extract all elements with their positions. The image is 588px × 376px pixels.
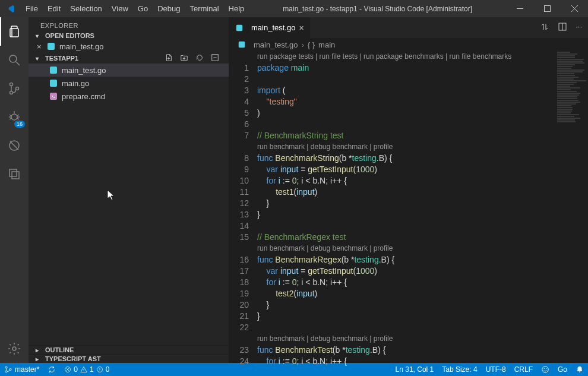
breadcrumb[interactable]: main_test.go › { } main [229,38,588,51]
chevron-right-icon: ▸ [36,356,45,362]
code-line[interactable] [257,220,588,232]
close-icon[interactable]: × [299,23,304,33]
go-file-icon [235,23,244,33]
open-editor-item[interactable]: × main_test.go [29,40,229,53]
svg-point-31 [5,371,7,372]
compare-icon[interactable] [540,22,549,33]
new-folder-icon[interactable] [180,53,188,63]
close-icon[interactable]: × [37,42,45,51]
svg-rect-0 [517,8,523,9]
tabs-row: main_test.go × ··· [229,17,588,38]
code-line[interactable]: // BenchmarkRegex test [257,232,588,243]
chevron-right-icon: › [301,40,304,49]
window-title: main_test.go - testapp1 - Visual Studio … [249,5,506,13]
editor-tab[interactable]: main_test.go × [229,17,310,38]
go-file-icon [49,78,58,88]
menu-item-file[interactable]: File [21,0,43,17]
codelens[interactable]: run benchmark | debug benchmark | profil… [257,243,588,254]
minimize-button[interactable] [506,0,533,17]
maximize-button[interactable] [533,0,561,17]
codelens[interactable]: run package tests | run file tests | run… [257,51,588,62]
svg-rect-20 [48,43,55,50]
code-line[interactable]: import ( [257,85,588,96]
project-section[interactable]: ▾ TESTAPP1 [29,53,229,64]
code-line[interactable]: } [257,209,588,220]
status-sync[interactable] [43,363,60,376]
code-content[interactable]: run package tests | run file tests | run… [257,51,588,363]
more-icon[interactable]: ··· [576,22,582,33]
file-item[interactable]: prepare.cmd [29,90,229,103]
code-line[interactable]: // BenchmarkString test [257,130,588,141]
ts-ast-label: TYPESCRIPT AST [45,355,101,362]
activity-extensions-icon[interactable] [0,131,29,160]
code-line[interactable]: test2(input) [257,288,588,299]
file-tree: main_test.gomain.goprepare.cmd [29,64,229,345]
svg-rect-26 [236,24,243,31]
menu-item-go[interactable]: Go [133,0,153,17]
vscode-logo-icon [0,4,21,14]
activity-settings-icon[interactable] [0,334,29,363]
svg-rect-25 [50,93,57,100]
svg-point-39 [99,371,100,371]
line-number-gutter: 1234567 89101112131415 16171819202122 23… [229,51,257,363]
menu-item-view[interactable]: View [107,0,133,17]
outline-section[interactable]: ▸ OUTLINE [29,345,229,354]
editor-body[interactable]: 1234567 89101112131415 16171819202122 23… [229,51,588,363]
code-line[interactable] [257,119,588,130]
svg-point-6 [16,87,19,90]
code-line[interactable]: } [257,198,588,209]
window-controls [506,0,588,17]
code-line[interactable]: "testing" [257,96,588,108]
menu-item-selection[interactable]: Selection [65,0,106,17]
activity-search-icon[interactable] [0,46,29,74]
svg-line-9 [10,115,11,116]
code-line[interactable]: var input = getTestInput(1000) [257,266,588,277]
close-button[interactable] [561,0,588,17]
code-line[interactable] [257,74,588,85]
svg-point-40 [542,366,549,373]
refresh-icon[interactable] [195,53,204,63]
menu-item-debug[interactable]: Debug [153,0,185,17]
sidebar-title: EXPLORER [29,17,229,31]
code-line[interactable]: func BenchmarkTest(b *testing.B) { [257,345,588,356]
menu-item-edit[interactable]: Edit [43,0,65,17]
code-line[interactable]: for i := 0; i < b.N; i++ { [257,175,588,187]
activity-scm-icon[interactable] [0,74,29,103]
ts-ast-section[interactable]: ▸ TYPESCRIPT AST [29,354,229,363]
svg-point-2 [10,55,17,62]
activity-debug-icon[interactable]: 16 [0,103,29,131]
title-bar: FileEditSelectionViewGoDebugTerminalHelp… [0,0,588,17]
project-label: TESTAPP1 [45,55,78,62]
code-line[interactable]: ) [257,108,588,119]
go-file-icon [46,42,56,51]
status-branch[interactable]: master* [0,363,43,376]
code-line[interactable]: func BenchmarkString(b *testing.B) { [257,153,588,164]
file-item[interactable]: main_test.go [29,64,229,77]
activity-explorer-icon[interactable] [0,17,29,46]
svg-rect-29 [239,42,245,48]
codelens[interactable]: run benchmark | debug benchmark | profil… [257,141,588,153]
codelens[interactable]: run benchmark | debug benchmark | profil… [257,333,588,345]
menu-item-help[interactable]: Help [224,0,249,17]
open-editors-label: OPEN EDITORS [45,32,94,39]
go-file-icon [49,65,58,75]
file-item[interactable]: main.go [29,77,229,90]
code-line[interactable] [257,322,588,333]
collapse-icon[interactable] [211,53,219,63]
code-line[interactable]: for i := 0; i < b.N; i++ { [257,277,588,288]
menu-item-terminal[interactable]: Terminal [185,0,223,17]
new-file-icon[interactable] [165,53,173,63]
open-editors-section[interactable]: ▾ OPEN EDITORS [29,31,229,40]
split-editor-icon[interactable] [558,22,567,33]
file-label: main.go [62,79,89,88]
code-line[interactable]: test1(input) [257,187,588,198]
code-line[interactable]: var input = getTestInput(1000) [257,164,588,175]
code-line[interactable]: } [257,311,588,322]
code-line[interactable]: } [257,299,588,311]
activity-references-icon[interactable] [0,160,29,188]
go-file-icon [237,40,246,49]
code-line[interactable]: for i := 0; i < b.N; i++ { [257,356,588,367]
code-line[interactable]: package main [257,62,588,74]
code-line[interactable]: func BenchmarkRegex(b *testing.B) { [257,254,588,266]
status-problems[interactable]: 0 1 0 [60,363,113,376]
